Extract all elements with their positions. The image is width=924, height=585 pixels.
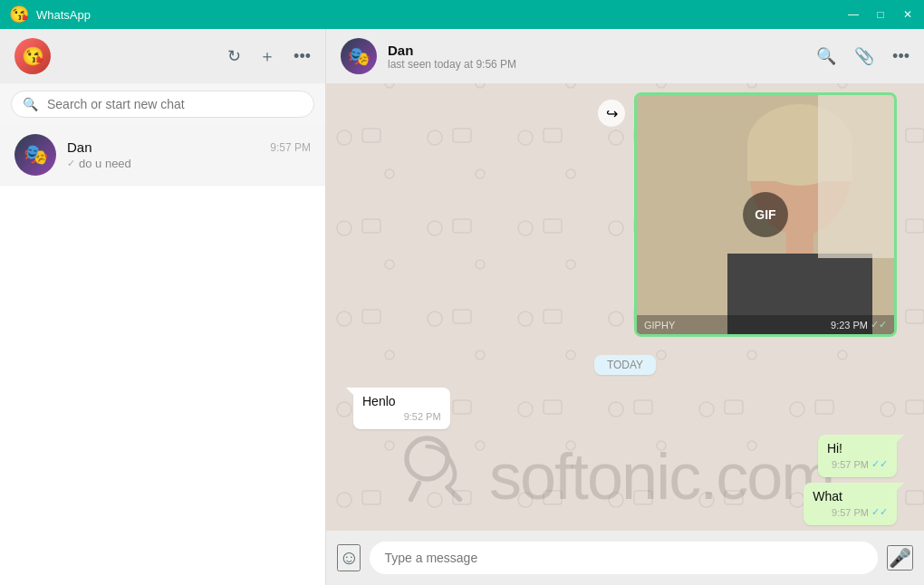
gif-label: GIF (743, 192, 788, 237)
message-text: What (813, 489, 842, 503)
messages-area: ↪ (326, 83, 924, 531)
chat-time: 9:57 PM (270, 141, 311, 154)
contact-name: Dan (388, 43, 805, 58)
maximize-button[interactable]: □ (873, 7, 888, 22)
app-emoji: 😘 (9, 5, 29, 24)
chat-avatar: 🎭 (14, 134, 56, 176)
chat-header-icons: 🔍 📎 ••• (816, 46, 910, 66)
message-time: 9:57 PM (832, 459, 869, 470)
new-chat-icon[interactable]: ＋ (259, 45, 275, 67)
gif-message: ↪ (634, 92, 897, 337)
date-badge: TODAY (594, 355, 656, 375)
chat-preview: ✓ do u need (67, 157, 311, 170)
mic-button[interactable]: 🎤 (887, 545, 913, 571)
app-title: WhatsApp (36, 8, 91, 22)
gif-container: GIF GIPHY 9:23 PM ✓✓ (634, 92, 897, 337)
forward-button[interactable]: ↪ (598, 100, 625, 127)
search-input[interactable] (47, 97, 303, 111)
sidebar: 😘 ↻ ＋ ••• 🔍 🎭 Dan 9:57 PM (0, 29, 326, 585)
incoming-message: Henlo 9:52 PM (353, 388, 450, 429)
chat-item-header: Dan 9:57 PM (67, 139, 311, 155)
message-check: ✓✓ (871, 506, 888, 518)
chat-search-icon[interactable]: 🔍 (816, 46, 836, 66)
check-icon: ✓ (67, 158, 75, 169)
emoji-button[interactable]: ☺ (337, 544, 361, 571)
contact-avatar: 🎭 (341, 38, 377, 74)
close-button[interactable]: ✕ (900, 7, 915, 22)
sidebar-header-icons: ↻ ＋ ••• (227, 45, 311, 67)
message-text: Hi! (827, 441, 842, 456)
message-text: Henlo (362, 394, 396, 408)
search-input-wrapper: 🔍 (11, 91, 314, 118)
sidebar-header: 😘 ↻ ＋ ••• (0, 29, 325, 83)
sidebar-header-left: 😘 (14, 38, 51, 74)
outgoing-message-hi: Hi! 9:57 PM ✓✓ (818, 435, 897, 477)
chat-item-content: Dan 9:57 PM ✓ do u need (67, 139, 311, 170)
outgoing-message-what: What 9:57 PM ✓✓ (804, 483, 897, 525)
gif-bottom-bar: GIPHY 9:23 PM ✓✓ (637, 315, 894, 334)
chat-list: 🎭 Dan 9:57 PM ✓ do u need (0, 125, 325, 585)
app-container: 😘 ↻ ＋ ••• 🔍 🎭 Dan 9:57 PM (0, 29, 924, 585)
titlebar-left: 😘 WhatsApp (9, 5, 91, 24)
sidebar-menu-icon[interactable]: ••• (294, 47, 311, 66)
svg-rect-7 (818, 95, 897, 258)
chat-header-info: Dan last seen today at 9:56 PM (388, 43, 805, 71)
message-input[interactable] (370, 542, 878, 574)
message-time: 9:57 PM (832, 507, 869, 518)
gif-source: GIPHY (644, 320, 675, 331)
input-area: ☺ 🎤 (326, 531, 924, 585)
message-meta: 9:57 PM ✓✓ (827, 458, 888, 470)
minimize-button[interactable]: — (846, 7, 861, 22)
contact-status: last seen today at 9:56 PM (388, 58, 805, 71)
chat-menu-icon[interactable]: ••• (892, 47, 910, 66)
window-controls: — □ ✕ (846, 7, 915, 22)
my-avatar: 😘 (14, 38, 51, 74)
chat-panel: 🎭 Dan last seen today at 9:56 PM 🔍 📎 •••… (326, 29, 924, 585)
refresh-icon[interactable]: ↻ (227, 46, 241, 66)
message-meta: 9:57 PM ✓✓ (813, 506, 888, 518)
gif-check: ✓✓ (871, 319, 887, 331)
message-check: ✓✓ (871, 458, 888, 470)
chat-item[interactable]: 🎭 Dan 9:57 PM ✓ do u need (0, 125, 325, 186)
gif-time: 9:23 PM ✓✓ (831, 319, 887, 331)
chat-preview-text: do u need (79, 157, 131, 170)
message-meta: 9:52 PM (362, 411, 441, 422)
search-bar: 🔍 (0, 83, 325, 125)
attach-icon[interactable]: 📎 (854, 46, 874, 66)
search-icon: 🔍 (23, 97, 38, 111)
titlebar: 😘 WhatsApp — □ ✕ (0, 0, 924, 29)
message-time: 9:52 PM (404, 411, 441, 422)
date-divider: TODAY (380, 355, 870, 375)
chat-header: 🎭 Dan last seen today at 9:56 PM 🔍 📎 ••• (326, 29, 924, 83)
chat-name: Dan (67, 139, 92, 155)
